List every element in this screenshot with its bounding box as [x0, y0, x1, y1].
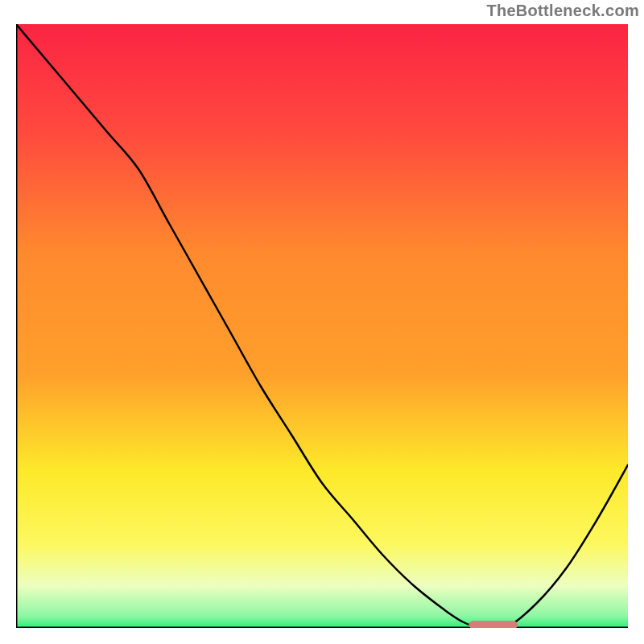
gradient-background [16, 24, 628, 628]
chart-plot [16, 24, 628, 628]
optimal-marker [469, 621, 518, 628]
chart-stage: TheBottleneck.com [0, 0, 644, 644]
watermark-text: TheBottleneck.com [486, 2, 639, 20]
